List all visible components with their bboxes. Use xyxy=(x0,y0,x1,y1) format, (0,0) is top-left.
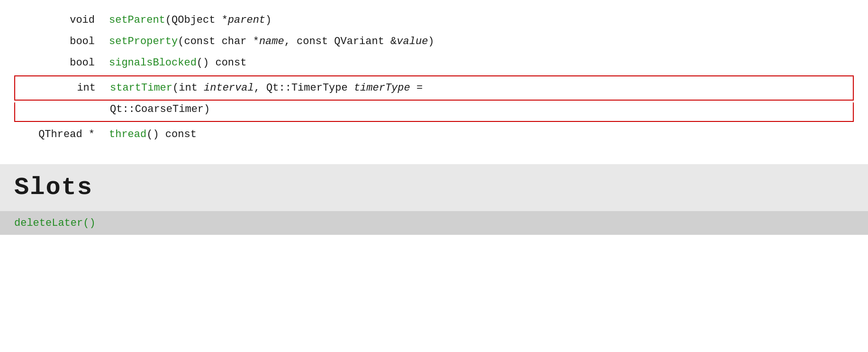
method-name-setProperty: setProperty xyxy=(109,36,178,47)
method-name-signalsBlocked: signalsBlocked xyxy=(109,57,197,69)
continuation-content-startTimer: Qt::CoarseTimer) xyxy=(110,103,210,115)
method-row-setProperty: bool setProperty(const char *name, const… xyxy=(0,31,868,52)
bottom-item: deleteLater() xyxy=(14,217,96,229)
param-italic2-startTimer: timerType xyxy=(354,82,410,94)
params-mid-setProperty: , const QVariant & xyxy=(284,36,397,47)
return-type-signalsBlocked: bool xyxy=(28,57,95,69)
slots-section: Slots xyxy=(0,164,868,211)
method-row-startTimer: int startTimer(int interval, Qt::TimerTy… xyxy=(14,75,854,101)
param-italic-startTimer: interval xyxy=(204,82,254,94)
signature-thread: thread() const xyxy=(109,129,840,140)
return-type-setParent: void xyxy=(28,14,95,26)
params-end-setParent: ) xyxy=(265,14,271,26)
bottom-bar: deleteLater() xyxy=(0,211,868,235)
signature-setParent: setParent(QObject *parent) xyxy=(109,14,840,26)
continuation-row-startTimer: Qt::CoarseTimer) xyxy=(14,102,854,122)
slots-heading: Slots xyxy=(14,174,93,202)
signature-setProperty: setProperty(const char *name, const QVar… xyxy=(109,36,840,47)
param-italic-setParent: parent xyxy=(228,14,265,26)
signature-startTimer: startTimer(int interval, Qt::TimerType t… xyxy=(110,82,839,94)
page-container: void setParent(QObject *parent) bool set… xyxy=(0,0,868,352)
param-italic2-setProperty: value xyxy=(397,36,428,47)
return-type-setProperty: bool xyxy=(28,36,95,47)
method-row-signalsBlocked: bool signalsBlocked() const xyxy=(0,52,868,74)
params-end-startTimer: = xyxy=(410,82,423,94)
method-row-thread: QThread * thread() const xyxy=(0,124,868,145)
params-setProperty: (const char * xyxy=(178,36,259,47)
signature-signalsBlocked: signalsBlocked() const xyxy=(109,57,840,69)
method-name-thread: thread xyxy=(109,129,146,140)
params-setParent: (QObject * xyxy=(165,14,228,26)
method-name-setParent: setParent xyxy=(109,14,165,26)
return-type-thread: QThread * xyxy=(28,129,95,140)
method-row-setParent: void setParent(QObject *parent) xyxy=(0,9,868,31)
params-thread: () const xyxy=(146,129,197,140)
param-italic-setProperty: name xyxy=(259,36,284,47)
params-mid-startTimer: , Qt::TimerType xyxy=(254,82,354,94)
return-type-startTimer: int xyxy=(29,82,96,94)
params-end-setProperty: ) xyxy=(428,36,434,47)
continuation-indent xyxy=(29,103,96,115)
params-pre-startTimer: (int xyxy=(172,82,204,94)
params-signalsBlocked: () const xyxy=(197,57,247,69)
method-name-startTimer: startTimer xyxy=(110,82,172,94)
